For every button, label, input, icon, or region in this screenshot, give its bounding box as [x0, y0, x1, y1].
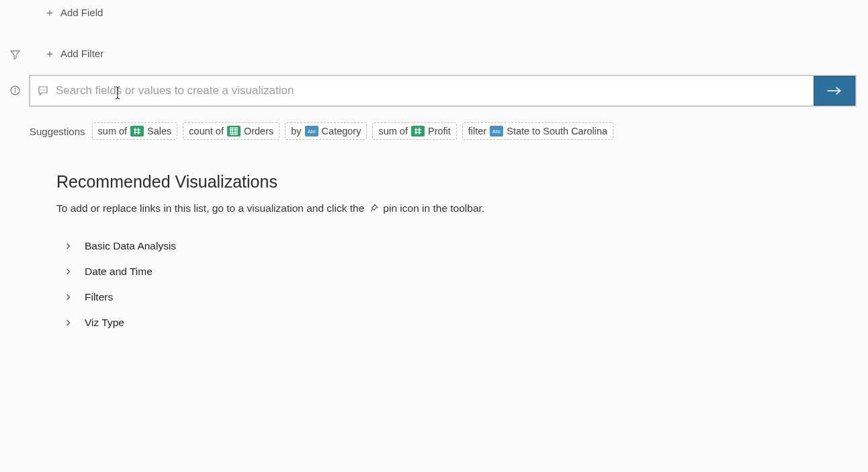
- suggestions-row: Suggestions sum of Sales count of Orders…: [30, 122, 856, 140]
- recommended-subtitle: To add or replace links in this list, go…: [56, 202, 856, 214]
- content-area: ＋ Add Field ＋ Add Filter Suggestions sum…: [30, 0, 856, 472]
- recommended-list: Basic Data Analysis Date and Time Filter…: [56, 233, 856, 336]
- add-filter-label: Add Filter: [60, 48, 103, 59]
- add-field-label: Add Field: [60, 7, 103, 18]
- chip-field: Orders: [244, 126, 273, 136]
- filter-icon[interactable]: [9, 49, 21, 63]
- chip-field: Sales: [147, 126, 171, 136]
- pin-icon: [368, 203, 379, 214]
- chevron-right-icon: [63, 319, 73, 327]
- subtitle-before: To add or replace links in this list, go…: [56, 202, 364, 214]
- suggestion-chip[interactable]: filter Abc State to South Carolina: [462, 122, 613, 140]
- category-label: Date and Time: [85, 266, 153, 278]
- category-label: Basic Data Analysis: [85, 240, 176, 252]
- recommended-category[interactable]: Date and Time: [56, 259, 856, 284]
- subtitle-after: pin icon in the toolbar.: [383, 202, 484, 214]
- chip-prefix: sum of: [98, 126, 128, 136]
- add-field-button[interactable]: ＋ Add Field: [44, 7, 103, 18]
- chip-field: Category: [322, 126, 361, 136]
- suggestion-chip[interactable]: count of Orders: [183, 122, 279, 140]
- suggestions-label: Suggestions: [30, 126, 85, 137]
- category-label: Filters: [85, 291, 113, 303]
- plus-icon: ＋: [44, 48, 55, 59]
- recommended-title: Recommended Visualizations: [56, 172, 856, 192]
- category-label: Viz Type: [85, 317, 124, 329]
- chip-prefix: sum of: [378, 126, 408, 136]
- svg-text:Abc: Abc: [308, 129, 316, 134]
- chevron-right-icon: [63, 268, 73, 276]
- chip-prefix: filter: [468, 126, 486, 136]
- left-rail: [0, 0, 30, 472]
- svg-rect-12: [230, 128, 237, 134]
- search-bar: [30, 75, 856, 106]
- recommended-category[interactable]: Viz Type: [56, 310, 856, 336]
- abc-icon: Abc: [305, 126, 318, 136]
- svg-text:Abc: Abc: [492, 129, 501, 134]
- recommended-section: Recommended Visualizations To add or rep…: [56, 172, 856, 336]
- suggestion-chip[interactable]: sum of Profit: [372, 122, 456, 140]
- add-filter-button[interactable]: ＋ Add Filter: [44, 48, 103, 59]
- abc-icon: Abc: [490, 126, 503, 136]
- hash-icon: [411, 126, 425, 136]
- recommended-category[interactable]: Basic Data Analysis: [56, 233, 856, 259]
- search-input[interactable]: [56, 76, 814, 106]
- chip-prefix: by: [291, 126, 301, 136]
- grid-icon: [227, 126, 241, 136]
- arrow-right-icon: [826, 85, 843, 97]
- svg-point-2: [15, 88, 15, 89]
- suggestion-chip[interactable]: by Abc Category: [285, 122, 367, 140]
- recommended-category[interactable]: Filters: [56, 284, 856, 310]
- chip-prefix: count of: [189, 126, 224, 136]
- info-icon[interactable]: [9, 85, 21, 99]
- chat-icon: [30, 76, 56, 106]
- chip-field: Profit: [428, 126, 451, 136]
- submit-button[interactable]: [814, 76, 855, 106]
- plus-icon: ＋: [44, 7, 55, 18]
- hash-icon: [130, 126, 144, 136]
- chevron-right-icon: [63, 242, 73, 250]
- chevron-right-icon: [63, 293, 73, 301]
- chip-field: State to South Carolina: [507, 126, 607, 136]
- suggestion-chip[interactable]: sum of Sales: [92, 122, 178, 140]
